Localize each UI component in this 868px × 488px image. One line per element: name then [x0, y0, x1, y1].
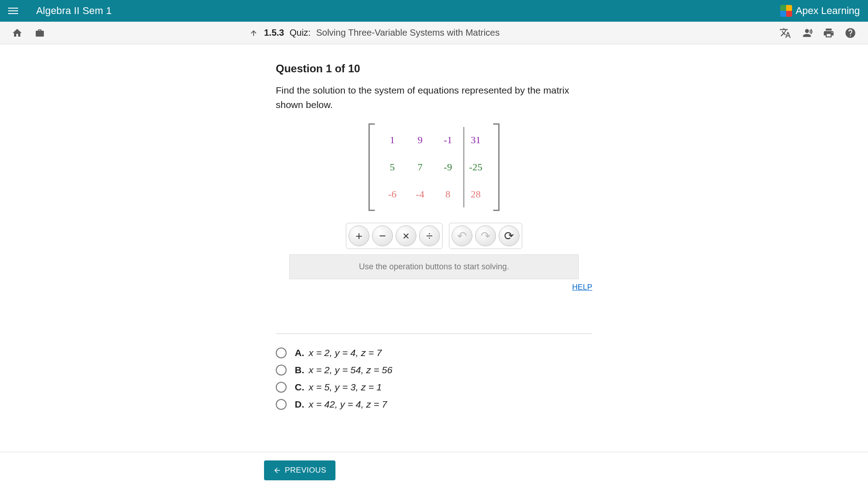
- redo-button: ↷: [475, 225, 496, 246]
- question-area: Question 1 of 10 Find the solution to th…: [276, 62, 592, 410]
- cell[interactable]: 31: [462, 134, 490, 146]
- answer-text: x = 42, y = 4, z = 7: [309, 399, 387, 409]
- answer-option[interactable]: B. x = 2, y = 54, z = 56: [276, 365, 592, 375]
- radio-icon[interactable]: [276, 347, 287, 358]
- menu-icon[interactable]: [8, 5, 21, 17]
- answer-text: x = 2, y = 54, z = 56: [309, 365, 392, 375]
- home-icon[interactable]: [12, 28, 23, 38]
- bracket-left-icon: [368, 123, 375, 211]
- briefcase-icon[interactable]: [34, 28, 45, 38]
- answer-letter: D.: [295, 399, 304, 409]
- arrow-left-icon: [273, 466, 281, 474]
- answer-option[interactable]: D. x = 42, y = 4, z = 7: [276, 399, 592, 410]
- breadcrumb-code: 1.5.3: [264, 28, 284, 38]
- sub-bar: 1.5.3 Quiz: Solving Three-Variable Syste…: [0, 22, 868, 44]
- reset-button[interactable]: ⟳: [499, 225, 519, 246]
- breadcrumb-title: Solving Three-Variable Systems with Matr…: [316, 28, 500, 38]
- history-group: ↶ ↷ ⟳: [449, 223, 522, 249]
- cell[interactable]: 7: [406, 161, 434, 173]
- previous-button[interactable]: PREVIOUS: [264, 460, 335, 480]
- multiply-button[interactable]: ×: [396, 225, 416, 246]
- add-button[interactable]: +: [349, 225, 369, 246]
- cell[interactable]: 9: [406, 134, 434, 146]
- brand: Apex Learning: [780, 5, 860, 17]
- cell[interactable]: -1: [434, 134, 462, 146]
- answer-text: x = 2, y = 4, z = 7: [309, 347, 382, 358]
- question-header: Question 1 of 10: [276, 62, 592, 75]
- cell[interactable]: 8: [434, 188, 462, 200]
- cell[interactable]: -6: [378, 188, 406, 200]
- radio-icon[interactable]: [276, 365, 287, 375]
- answer-text: x = 5, y = 3, z = 1: [309, 382, 382, 392]
- radio-icon[interactable]: [276, 382, 287, 393]
- cell[interactable]: -9: [434, 161, 462, 173]
- up-level-icon[interactable]: [249, 28, 259, 38]
- answer-letter: C.: [295, 382, 304, 392]
- help-link[interactable]: HELP: [572, 283, 592, 292]
- bracket-right-icon: [493, 123, 500, 211]
- question-text: Find the solution to the system of equat…: [276, 83, 592, 112]
- subtract-button[interactable]: −: [372, 225, 393, 246]
- brand-logo-icon: [780, 5, 792, 17]
- cell[interactable]: 1: [378, 134, 406, 146]
- hint-box: Use the operation buttons to start solvi…: [289, 254, 579, 279]
- brand-name: Apex Learning: [796, 5, 860, 17]
- breadcrumb: 1.5.3 Quiz: Solving Three-Variable Syste…: [249, 28, 500, 38]
- top-bar: Algebra II Sem 1 Apex Learning: [0, 0, 868, 22]
- answer-option[interactable]: A. x = 2, y = 4, z = 7: [276, 347, 592, 358]
- divide-button[interactable]: ÷: [419, 225, 440, 246]
- answer-letter: A.: [295, 347, 304, 358]
- operation-controls: + − × ÷ ↶ ↷ ⟳: [276, 223, 592, 249]
- help-icon[interactable]: [844, 27, 856, 39]
- course-title: Algebra II Sem 1: [36, 5, 112, 17]
- footer: PREVIOUS: [0, 452, 868, 488]
- cell[interactable]: -4: [406, 188, 434, 200]
- cell[interactable]: 28: [462, 188, 490, 200]
- undo-button: ↶: [452, 225, 472, 246]
- answer-letter: B.: [295, 365, 304, 375]
- augment-separator: [463, 127, 464, 207]
- answer-option[interactable]: C. x = 5, y = 3, z = 1: [276, 382, 592, 393]
- print-icon[interactable]: [823, 27, 835, 39]
- read-aloud-icon[interactable]: [801, 27, 813, 39]
- divider: [276, 333, 592, 334]
- breadcrumb-type: Quiz:: [289, 28, 311, 38]
- cell[interactable]: -25: [462, 161, 490, 173]
- matrix: 1 9 -1 31 5 7 -9 -25 -6 -4 8 28: [368, 123, 500, 211]
- translate-icon[interactable]: [779, 27, 791, 39]
- answer-list: A. x = 2, y = 4, z = 7 B. x = 2, y = 54,…: [276, 347, 592, 410]
- radio-icon[interactable]: [276, 399, 287, 410]
- previous-label: PREVIOUS: [285, 466, 326, 475]
- cell[interactable]: 5: [378, 161, 406, 173]
- arithmetic-group: + − × ÷: [346, 223, 443, 249]
